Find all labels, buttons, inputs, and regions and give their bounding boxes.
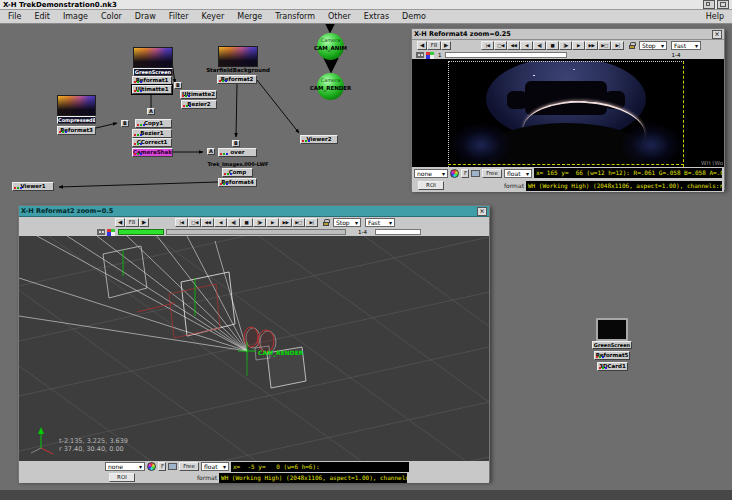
menu-image[interactable]: Image [63,12,88,21]
next-keyframe-button[interactable]: ▶□ [598,41,611,50]
monitor-icon[interactable] [168,463,177,470]
viewer-top-image[interactable]: WH (Wo [412,59,724,167]
fast-forward-button[interactable]: ▶▶ [585,41,598,50]
menu-edit[interactable]: Edit [34,12,50,21]
menu-keyer[interactable]: Keyer [202,12,225,21]
menu-filter[interactable]: Filter [169,12,189,21]
node-ccorrect1[interactable]: CCorrect1 [132,138,172,147]
menu-help[interactable]: Help [706,12,724,21]
viewer-top-titlebar[interactable]: X-H Reformat4 zoom=0.25 × [412,29,724,40]
node-comp[interactable]: Comp [222,168,253,177]
goto-end-button[interactable]: ▶| [305,218,318,227]
menu-color[interactable]: Color [101,12,122,21]
node-ultimatte1[interactable]: Ultimatte1 [132,85,172,94]
node-reformat1[interactable]: Reformat1 [132,76,172,85]
node-reformat5[interactable]: Reformat5 [594,351,630,360]
prev-keyframe-button[interactable]: □◀ [188,218,201,227]
lock-icon[interactable] [322,218,330,227]
menu-merge[interactable]: Merge [237,12,262,21]
node-bezier2[interactable]: Bezier2 [181,100,217,109]
current-frame[interactable]: 1 [438,52,442,58]
free-mode-button[interactable]: Free [482,169,502,178]
free-mode-button[interactable]: Free [179,462,199,471]
bitdepth-select[interactable]: float▾ [201,462,229,471]
node-over[interactable]: over [218,148,257,157]
goto-start-button[interactable]: |◀ [175,218,188,227]
speed-select[interactable]: Fast▾ [365,218,395,227]
f8-button[interactable]: F8 [427,41,441,50]
menu-draw[interactable]: Draw [135,12,156,21]
frame-slider[interactable] [445,52,567,58]
bitdepth-select[interactable]: float▾ [504,169,532,178]
f8-button[interactable]: F8 [125,218,139,227]
node-viewer1[interactable]: Viewer1 [12,182,54,191]
play-backward-button[interactable]: ◀ [520,41,533,50]
step-forward-button[interactable]: ‖▶ [559,41,572,50]
lock-icon[interactable] [628,41,636,50]
menu-other[interactable]: Other [328,12,351,21]
prev-keyframe-button[interactable]: □◀ [494,41,507,50]
stop-mode-select[interactable]: Stop▾ [333,218,361,227]
node-starfieldbackground[interactable]: StarfieldBackground [205,67,271,73]
node-thumbnail-greenscreen[interactable] [133,47,173,68]
color-wheel-icon[interactable] [147,462,156,471]
menu-transform[interactable]: Transform [275,12,315,21]
lut-select[interactable]: none▾ [414,169,448,178]
grid-icon[interactable] [97,229,105,235]
close-icon[interactable]: × [712,30,722,39]
maximize-button[interactable] [717,0,729,9]
viewer-bottom-3d-viewport[interactable]: CAM_RENDER t-2.135, 3.225, 3.639 r 37.40… [19,236,489,461]
main-titlebar[interactable]: X-H TrekDemonstration0.nk3 [0,0,732,10]
node-3dcard1[interactable]: 3DCard1 [597,362,628,371]
fast-forward-button[interactable]: ▶▶ [279,218,292,227]
node-thumbnail-compressedbg[interactable] [57,95,96,116]
rgba-channels-icon[interactable] [426,52,434,59]
frame-field[interactable] [375,229,421,235]
roi-button[interactable]: ROI [418,181,444,190]
step-back-button[interactable]: ◀‖ [533,41,546,50]
rgba-channels-icon[interactable] [107,229,115,236]
node-compressedbg[interactable]: CompressedBG [57,116,96,124]
full-float-button[interactable]: F [461,169,469,178]
speed-select[interactable]: Fast▾ [671,41,701,50]
stop-mode-select[interactable]: Stop▾ [639,41,667,50]
menu-file[interactable]: File [8,12,21,21]
play-backward-button[interactable]: ◀ [214,218,227,227]
fast-backward-button[interactable]: ◀◀ [507,41,520,50]
fast-backward-button[interactable]: ◀◀ [201,218,214,227]
node-greenscreen5[interactable]: GreenScreen [592,341,632,349]
node-bezier1[interactable]: Bezier1 [132,129,172,138]
node-thumbnail-greenscreen5[interactable] [596,318,628,341]
grid-icon[interactable] [416,52,424,58]
full-float-button[interactable]: F [158,462,166,471]
roi-button[interactable]: ROI [109,473,135,482]
node-reformat2[interactable]: Reformat2 [217,75,257,84]
node-camerashake[interactable]: CameraShake [132,148,173,157]
step-forward-button[interactable]: ‖▶ [253,218,266,227]
play-button[interactable]: ▶ [572,41,585,50]
goto-end-button[interactable]: ▶| [611,41,624,50]
node-ultimatte2[interactable]: Ultimatte2 [180,90,217,99]
menu-extras[interactable]: Extras [364,12,389,21]
minimize-button[interactable] [703,0,715,9]
node-thumbnail-starfield[interactable] [218,46,258,67]
play-button[interactable]: ▶ [266,218,279,227]
viewer-bottom-titlebar[interactable]: X-H Reformat2 zoom=0.5 × [19,206,489,217]
monitor-icon[interactable] [471,170,480,177]
node-reformat4[interactable]: Reformat4 [218,178,257,187]
step-back-button[interactable]: ◀‖ [227,218,240,227]
lut-select[interactable]: none▾ [105,462,145,471]
goto-start-button[interactable]: |◀ [481,41,494,50]
prev-view-button[interactable]: ◀ [417,41,427,50]
stop-button[interactable]: ■ [546,41,559,50]
next-view-button[interactable]: ▶ [441,41,451,50]
color-wheel-icon[interactable] [450,169,459,178]
node-reformat3[interactable]: Reformat3 [57,126,96,135]
node-greenscreen[interactable]: GreenScreen [133,68,173,76]
node-viewer2[interactable]: Viewer2 [300,135,338,144]
menu-demo[interactable]: Demo [402,12,426,21]
next-view-button[interactable]: ▶ [139,218,149,227]
prev-view-button[interactable]: ◀ [115,218,125,227]
frame-slider[interactable] [166,229,346,235]
node-copy1[interactable]: Copy1 [135,119,172,128]
